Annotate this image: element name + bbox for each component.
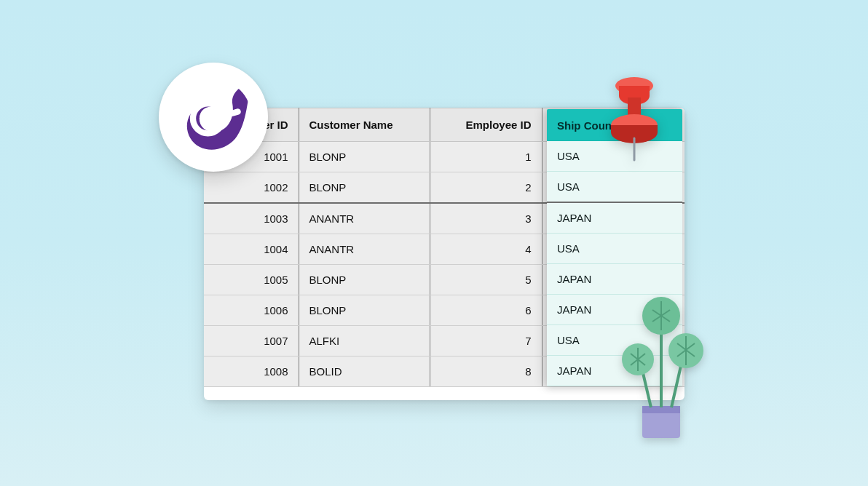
cell-ship-country: USA <box>547 172 682 203</box>
cell-order-id: 1004 <box>204 234 299 265</box>
cell-employee-id: 5 <box>430 265 542 295</box>
column-header-customer-name[interactable]: Customer Name <box>299 108 430 142</box>
cell-customer-name: BLONP <box>299 265 430 295</box>
cell-ship-country: USA <box>547 234 682 264</box>
plant-icon <box>618 284 705 444</box>
cell-customer-name: BLONP <box>299 142 430 172</box>
cell-employee-id: 8 <box>430 356 542 387</box>
cell-customer-name: ALFKI <box>299 326 430 356</box>
cell-customer-name: BOLID <box>299 356 430 387</box>
cell-employee-id: 6 <box>430 295 542 326</box>
cell-customer-name: ANANTR <box>299 234 430 265</box>
cell-employee-id: 2 <box>430 172 542 204</box>
pushpin-icon <box>601 68 667 163</box>
cell-order-id: 1008 <box>204 356 299 387</box>
column-header-employee-id[interactable]: Employee ID <box>430 108 542 142</box>
cell-employee-id: 7 <box>430 326 542 356</box>
cell-order-id: 1007 <box>204 326 299 356</box>
cell-customer-name: ANANTR <box>299 203 430 234</box>
cell-ship-country: JAPAN <box>547 203 682 234</box>
cell-customer-name: BLONP <box>299 295 430 326</box>
cell-order-id: 1003 <box>204 203 299 234</box>
cell-order-id: 1005 <box>204 265 299 295</box>
cell-order-id: 1006 <box>204 295 299 326</box>
cell-order-id: 1002 <box>204 172 299 204</box>
cell-employee-id: 3 <box>430 203 542 234</box>
blazor-icon <box>159 63 268 172</box>
cell-customer-name: BLONP <box>299 172 430 204</box>
svg-point-2 <box>202 112 214 124</box>
cell-employee-id: 4 <box>430 234 542 265</box>
cell-employee-id: 1 <box>430 142 542 172</box>
